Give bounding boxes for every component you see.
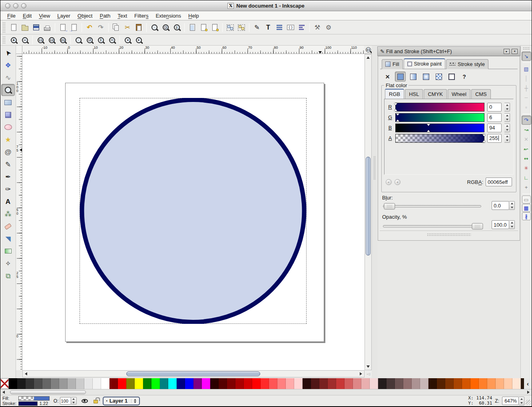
gradient-tool[interactable] <box>1 245 15 257</box>
snap-cusp-nodes-button[interactable]: ↜ <box>522 144 531 154</box>
palette-swatch[interactable] <box>328 378 336 389</box>
palette-swatch[interactable] <box>59 378 68 389</box>
horizontal-ruler[interactable]: -100102030405060708090100110 <box>22 46 364 54</box>
fill-swatch[interactable] <box>18 396 50 401</box>
snap-page-border-button[interactable]: ▭ <box>522 196 531 204</box>
snap-rotation-centers-button[interactable]: + <box>522 183 531 192</box>
palette-swatch[interactable] <box>378 378 387 389</box>
palette-scroll-left-arrow[interactable] <box>1 389 6 395</box>
spray-tool[interactable]: ⁂ <box>1 208 15 220</box>
eraser-tool[interactable] <box>1 220 15 232</box>
palette-swatch[interactable] <box>76 378 84 389</box>
object-opacity-input[interactable]: 100 <box>60 397 71 405</box>
palette-swatch[interactable] <box>93 378 101 389</box>
palette-swatch[interactable] <box>445 378 454 389</box>
rgba-input[interactable]: 00065eff <box>486 178 512 186</box>
channel-slider-a[interactable] <box>395 134 484 143</box>
palette-scroll-thumb[interactable] <box>10 390 86 394</box>
create-clone-button[interactable] <box>198 22 209 33</box>
blur-slider[interactable] <box>383 203 481 210</box>
palette-swatch[interactable] <box>412 378 420 389</box>
redo-button[interactable]: ↷ <box>95 22 106 33</box>
opacity-input[interactable]: 100.0 <box>492 220 509 229</box>
ellipse-object[interactable] <box>80 98 307 324</box>
copy-button[interactable] <box>111 22 122 33</box>
scroll-down-arrow[interactable] <box>365 364 371 369</box>
blur-input[interactable]: 0.0 <box>492 201 509 210</box>
zoom-out-button[interactable]: − <box>19 35 30 45</box>
palette-swatch[interactable] <box>177 378 185 389</box>
spin-arrows[interactable] <box>504 124 510 132</box>
snap-bbox-corners-button[interactable]: ┼ <box>522 84 531 93</box>
color-tab-cmyk[interactable]: CMYK <box>424 89 447 99</box>
text-dialog-button[interactable]: T <box>263 22 274 33</box>
palette-swatch[interactable] <box>193 378 202 389</box>
palette-swatch[interactable] <box>202 378 210 389</box>
zoom-in-button[interactable]: + <box>8 35 19 45</box>
menu-path[interactable]: Path <box>96 12 114 20</box>
panel-close-button[interactable]: ✕ <box>512 49 518 54</box>
snap-paths-button[interactable]: ↝ <box>522 125 531 134</box>
box3d-tool[interactable] <box>1 109 15 121</box>
menu-edit[interactable]: Edit <box>19 12 35 20</box>
zoom-2-1-button[interactable]: 2:1 <box>57 35 68 45</box>
spiral-tool[interactable]: @ <box>1 146 15 158</box>
opacity-slider[interactable] <box>383 223 481 230</box>
color-tab-rgb[interactable]: RGB <box>385 89 404 99</box>
palette-swatch[interactable] <box>68 378 76 389</box>
menu-extensions[interactable]: Extensions <box>152 12 185 20</box>
color-tab-hsl[interactable]: HSL <box>405 89 423 99</box>
zoom-selection-button[interactable]: ▫ <box>73 35 84 45</box>
palette-swatch[interactable] <box>160 378 168 389</box>
print-document-button[interactable] <box>42 22 53 33</box>
palette-swatch[interactable] <box>462 378 470 389</box>
menu-layer[interactable]: Layer <box>54 12 74 20</box>
star-tool[interactable]: ★ <box>1 134 15 146</box>
palette-swatch[interactable] <box>9 378 17 389</box>
window-resize-grip[interactable] <box>526 400 531 405</box>
palette-swatch[interactable] <box>303 378 311 389</box>
canvas[interactable] <box>22 54 365 370</box>
zoom-1-1-corner-button[interactable]: 1:1 <box>364 46 372 54</box>
spin-arrows[interactable] <box>509 220 515 229</box>
snap-bbox-edges-button[interactable]: ┊ <box>522 74 531 83</box>
menu-object[interactable]: Object <box>74 12 96 20</box>
zoom-to-page-button[interactable]: ▯ <box>171 22 182 33</box>
palette-swatch[interactable] <box>504 378 512 389</box>
palette-swatch[interactable] <box>269 378 277 389</box>
channel-slider-r[interactable] <box>395 103 484 112</box>
palette-swatch[interactable] <box>311 378 319 389</box>
palette-swatch-none[interactable] <box>0 378 9 389</box>
layers-dialog-button[interactable] <box>274 22 285 33</box>
selector-tool[interactable]: ➤ <box>1 47 15 59</box>
menu-file[interactable]: File <box>4 12 19 20</box>
color-tab-wheel[interactable]: Wheel <box>448 89 470 99</box>
palette-swatch[interactable] <box>235 378 244 389</box>
palette-swatch[interactable] <box>244 378 252 389</box>
channel-input-g[interactable]: 6 <box>487 113 502 122</box>
layer-selector[interactable]: • Layer 1 <box>103 397 140 405</box>
snap-grids-button[interactable]: ▦ <box>522 204 531 212</box>
palette-swatch[interactable] <box>496 378 504 389</box>
panel-header[interactable]: ✎ Fill and Stroke (Shift+Ctrl+F) ▸ ✕ <box>377 46 520 56</box>
palette-swatch[interactable] <box>487 378 496 389</box>
snap-bbox-edge-midpoints-button[interactable]: ┄ <box>522 93 531 102</box>
palette-swatch[interactable] <box>252 378 261 389</box>
tweak-tool[interactable]: ∿ <box>1 72 15 84</box>
palette-swatch[interactable] <box>84 378 93 389</box>
ellipse-tool[interactable] <box>1 121 15 133</box>
fill-stroke-dialog-button[interactable]: ✎ <box>251 22 263 33</box>
snap-object-centers-button[interactable]: ∟ <box>522 173 531 182</box>
palette-swatch[interactable] <box>336 378 345 389</box>
scroll-up-arrow[interactable] <box>365 55 371 60</box>
palette-scrollbar[interactable] <box>0 389 532 395</box>
ungroup-objects-button[interactable] <box>236 22 247 33</box>
xml-editor-button[interactable]: ⟨⟩ <box>285 22 296 33</box>
paint-flat-button[interactable] <box>395 72 406 82</box>
connector-tool[interactable]: ⧉ <box>1 270 15 282</box>
palette-swatch[interactable] <box>277 378 286 389</box>
palette-swatch[interactable] <box>345 378 353 389</box>
layer-visibility-eye-icon[interactable] <box>82 399 88 403</box>
toolbar-drag-handle[interactable] <box>2 22 6 32</box>
palette-swatch[interactable] <box>370 378 378 389</box>
